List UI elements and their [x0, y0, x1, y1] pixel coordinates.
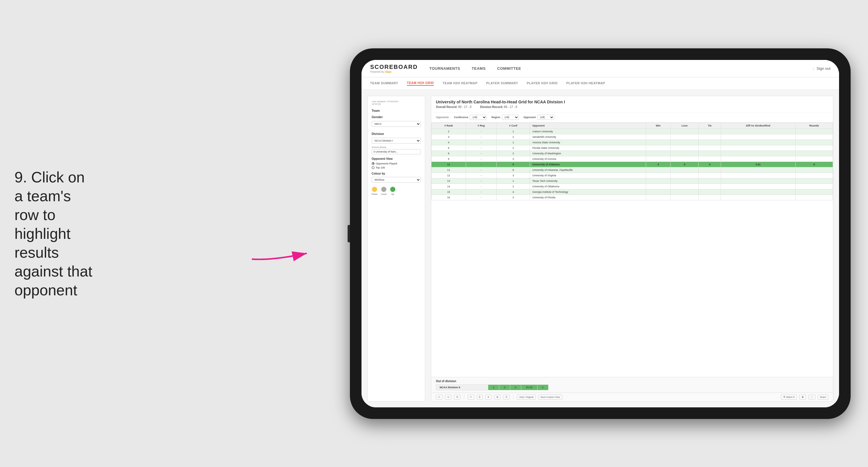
- legend-down: Down: [372, 187, 377, 196]
- nav-items: TOURNAMENTS TEAMS COMMITTEE: [429, 66, 812, 71]
- table-row-selected[interactable]: 11-5 University of Alabama3002.618: [432, 162, 833, 167]
- conference-select[interactable]: (All): [470, 115, 487, 120]
- instruction-text: 9. Click on a team's row to highlight re…: [14, 168, 95, 299]
- toolbar-divider: [464, 395, 464, 399]
- last-updated-label: Last Updated: 27/03/2024: [372, 100, 398, 103]
- legend-level: Level: [381, 187, 386, 196]
- save-custom-view-btn[interactable]: Save Custom View: [538, 395, 562, 400]
- col-opponent: Opponent: [530, 122, 646, 128]
- legend-up: Up: [390, 187, 395, 196]
- division-label: Division: [372, 132, 421, 136]
- legend: Down Level Up: [372, 187, 421, 196]
- nav-committee[interactable]: COMMITTEE: [497, 66, 521, 71]
- data-table: # Rank # Reg # Conf Opponent Win Loss Ti…: [431, 122, 833, 377]
- cut-btn[interactable]: ✂: [468, 395, 474, 400]
- right-panel: University of North Carolina Head-to-Hea…: [431, 96, 833, 402]
- brand-name: clippi: [385, 70, 392, 73]
- subnav-player-h2h-heatmap[interactable]: PLAYER H2H HEATMAP: [566, 81, 605, 85]
- col-conf: # Conf: [497, 122, 530, 128]
- report-header: University of North Carolina Head-to-Hea…: [431, 96, 833, 112]
- redo-btn[interactable]: ↪: [445, 395, 452, 400]
- view-original-btn[interactable]: View: Original: [517, 395, 536, 400]
- col-diff: Diff Av Strokes/Rnd: [721, 122, 795, 128]
- out-of-division: Out of division NCAA Division II 1 0 0 2…: [431, 377, 833, 392]
- nav-divider: |: [813, 66, 814, 71]
- add-btn[interactable]: ⊕: [494, 395, 501, 400]
- col-win: Win: [646, 122, 670, 128]
- col-rank: # Rank: [432, 122, 466, 128]
- subnav-team-h2h-heatmap[interactable]: TEAM H2H HEATMAP: [442, 81, 477, 85]
- refresh-btn[interactable]: ⟲: [454, 395, 461, 400]
- screen-btn[interactable]: 🖥: [799, 395, 806, 400]
- report-title: University of North Carolina Head-to-Hea…: [436, 99, 828, 104]
- table-row[interactable]: 2-1 Auburn University: [432, 128, 833, 134]
- toolbar-divider-2: [513, 395, 514, 399]
- last-updated: Last Updated: 27/03/2024 16:55:38: [372, 100, 421, 106]
- table-row[interactable]: 11-6 University of Arkansas, Fayettevill…: [432, 167, 833, 173]
- opponents-label: Opponents:: [436, 116, 450, 119]
- table-row[interactable]: 6-2 Florida State University: [432, 145, 833, 150]
- table-row[interactable]: 15-4 Georgia Institute of Technology: [432, 189, 833, 195]
- logo-area: SCOREBOARD Powered by clippi: [370, 64, 417, 73]
- table-row[interactable]: 4-1 Arizona State University: [432, 140, 833, 145]
- tablet-side-button: [348, 225, 350, 242]
- table-row[interactable]: 3-2 Vanderbilt University: [432, 134, 833, 140]
- conference-filter: Conference (All): [454, 115, 487, 120]
- report-records: Overall Record: 89 - 17 - 0 Division Rec…: [436, 106, 828, 109]
- last-updated-time: 16:55:38: [372, 103, 381, 106]
- opponent-filter: Opponent (All): [524, 115, 555, 120]
- table-row[interactable]: 13-1 Texas Tech University: [432, 178, 833, 183]
- share-btn[interactable]: Share: [818, 395, 828, 400]
- subnav-player-summary[interactable]: PLAYER SUMMARY: [486, 81, 518, 85]
- region-filter: Region (All): [492, 115, 519, 120]
- nav-teams[interactable]: TEAMS: [472, 66, 486, 71]
- delete-btn[interactable]: ✕: [485, 395, 492, 400]
- legend-dot-up: [390, 187, 395, 192]
- opponent-select[interactable]: (All): [537, 115, 554, 120]
- watch-btn[interactable]: 👁 Watch ▾: [781, 395, 797, 400]
- tablet-screen: SCOREBOARD Powered by clippi TOURNAMENTS…: [362, 60, 839, 407]
- out-of-division-row[interactable]: NCAA Division II 1 0 0 26.00 3: [436, 384, 549, 390]
- step-number: 9.: [14, 169, 27, 185]
- radio-top100[interactable]: Top 100: [372, 166, 421, 169]
- school-label: School (Rank): [372, 146, 421, 148]
- out-of-division-title: Out of division: [436, 380, 828, 383]
- colour-by-title: Colour by: [372, 172, 421, 175]
- col-reg: # Reg: [466, 122, 496, 128]
- team-label: Team: [372, 109, 421, 112]
- radio-opponents-played[interactable]: Opponents Played: [372, 162, 421, 165]
- table-row[interactable]: 12-3 University of Virginia: [432, 173, 833, 178]
- filters-row: Opponents: Conference (All) Region (All): [431, 112, 833, 122]
- table-row[interactable]: 14-2 University of Oklahoma: [432, 183, 833, 189]
- table-row[interactable]: 8-2 University of Washington: [432, 150, 833, 156]
- nav-tournaments[interactable]: TOURNAMENTS: [429, 66, 460, 71]
- legend-dot-down: [372, 187, 377, 192]
- table-row[interactable]: 9-3 University of Arizona: [432, 156, 833, 162]
- table-row[interactable]: 16-3 University of Florida: [432, 195, 833, 200]
- logo-powered: Powered by clippi: [370, 70, 417, 73]
- clock-btn[interactable]: ↺: [503, 395, 510, 400]
- colour-by-dropdown[interactable]: Win/loss: [372, 177, 421, 183]
- school-value: 4 University of Nort...: [372, 149, 421, 154]
- subnav-team-h2h-grid[interactable]: TEAM H2H GRID: [407, 81, 434, 86]
- overall-record: Overall Record: 89 - 17 - 0: [436, 106, 471, 109]
- nav-signout[interactable]: Sign out: [816, 66, 830, 71]
- gender-label: Gender: [372, 115, 421, 119]
- legend-dot-level: [381, 187, 386, 192]
- copy-btn[interactable]: ⎘: [477, 395, 483, 400]
- subnav-player-h2h-grid[interactable]: PLAYER H2H GRID: [527, 81, 558, 85]
- nav-bar: SCOREBOARD Powered by clippi TOURNAMENTS…: [362, 60, 839, 77]
- grid-btn[interactable]: ⬚: [808, 395, 815, 400]
- division-record: Division Record: 88 - 17 - 0: [480, 106, 517, 109]
- division-dropdown[interactable]: NCAA Division I: [372, 138, 421, 144]
- bottom-toolbar: ↩ ↪ ⟲ ✂ ⎘ ✕ ⊕ ↺ View: Original Save Cust…: [431, 392, 833, 401]
- tablet-frame: SCOREBOARD Powered by clippi TOURNAMENTS…: [350, 48, 850, 419]
- region-select[interactable]: (All): [502, 115, 519, 120]
- col-tie: Tie: [699, 122, 721, 128]
- left-panel: Last Updated: 27/03/2024 16:55:38 Team G…: [367, 96, 425, 402]
- radio-dot-top100: [372, 166, 374, 169]
- sub-nav: TEAM SUMMARY TEAM H2H GRID TEAM H2H HEAT…: [362, 77, 839, 90]
- undo-btn[interactable]: ↩: [436, 395, 442, 400]
- gender-dropdown[interactable]: Men's: [372, 121, 421, 127]
- subnav-team-summary[interactable]: TEAM SUMMARY: [370, 81, 398, 85]
